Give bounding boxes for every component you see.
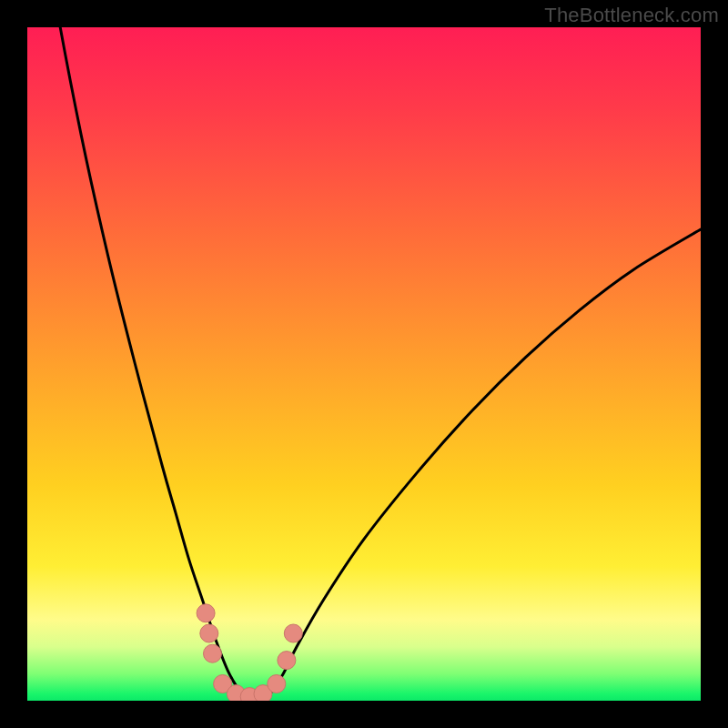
data-point: [268, 675, 286, 693]
data-points: [197, 604, 302, 701]
watermark-text: TheBottleneck.com: [544, 4, 719, 27]
data-point: [200, 624, 218, 642]
plot-area: [27, 27, 701, 701]
data-point: [278, 652, 296, 670]
data-point: [284, 624, 302, 642]
outer-frame: TheBottleneck.com: [0, 0, 728, 728]
data-point: [197, 604, 215, 622]
dots-layer: [27, 27, 701, 701]
data-point: [204, 644, 222, 662]
